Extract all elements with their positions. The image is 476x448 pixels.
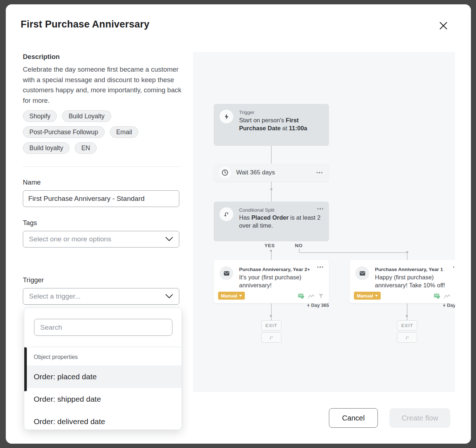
cancel-button[interactable]: Cancel [329,408,378,428]
dropdown-section-label: Object properties [24,347,182,365]
name-label: Name [23,178,41,186]
connector-line [271,252,272,260]
tags-select[interactable]: Select one or more options [23,231,179,248]
day-365-label: Day 365 [296,303,329,308]
trigger-icon-circle [220,110,233,123]
tag-pill: Post-Purchase Followup [23,126,105,138]
ellipsis-menu-icon[interactable] [317,208,323,210]
exit-node: EXIT [261,320,281,331]
caret-down-icon [375,295,378,297]
email-status-icons [433,293,455,299]
chevron-down-icon [165,237,173,242]
flow-preview-panel: Trigger Start on person's First Purchase… [193,52,455,392]
ellipsis-menu-icon[interactable] [453,266,455,268]
trigger-label: Trigger [23,276,44,284]
manual-badge[interactable]: Manual [218,292,245,300]
dropdown-option-order-shipped-date[interactable]: Order: shipped date [24,388,182,410]
email-card-year2: Purchase Anniversary, Year 2+ It's your … [214,260,329,303]
clock-icon [221,169,229,176]
email-card-year1: Purchase Anniversary, Year 1 Happy (firs… [350,260,455,303]
tags-select-placeholder: Select one or more options [29,235,165,243]
ellipsis-menu-icon[interactable] [317,172,323,173]
trigger-dropdown: Object properties Order: placed date Ord… [24,308,182,430]
split-icon-circle [220,207,233,221]
ellipsis-menu-icon[interactable] [317,266,323,268]
lightning-icon [306,303,310,308]
lightning-icon [224,114,230,120]
trigger-select[interactable]: Select a trigger... [23,288,179,305]
dropdown-scrollbar[interactable] [24,347,27,391]
email-card-title: Purchase Anniversary, Year 2+ [239,267,315,272]
close-icon [439,21,448,30]
manual-badge-label: Manual [357,293,373,299]
email-icon-circle [355,266,369,280]
flow-template-modal: First Purchase Anniversary Description C… [6,4,471,444]
description-label: Description [23,53,60,61]
flow-split-node: Conditional Split Has Placed Order is at… [214,202,329,241]
email-sent-icon [297,293,305,299]
exit-node: EXIT [397,320,417,331]
manual-badge[interactable]: Manual [354,292,381,300]
caret-down-icon [239,295,242,297]
email-card-title: Purchase Anniversary, Year 1 [375,267,451,272]
split-text-prefix: Has [239,214,251,221]
branch-icon [269,335,274,340]
connector-line [299,252,407,253]
tag-pill: Shopify [23,110,57,122]
description-text: Celebrate the day someone first became a… [23,64,185,106]
manual-badge-label: Manual [221,293,237,299]
analytics-wave-icon [308,293,315,299]
email-status-icons [297,293,324,299]
page-title: First Purchase Anniversary [21,19,149,30]
node-kind-label: Conditional Split [239,207,275,213]
email-card-body: It's your (first purchase) anniversary! [239,274,323,289]
connector-dot [406,315,408,317]
envelope-icon [223,270,230,277]
email-sent-icon [433,293,440,299]
yes-branch-label: YES [264,243,275,248]
dropdown-option-order-delivered-date[interactable]: Order: delivered date [24,410,182,430]
tag-pill: Build Loyalty [62,110,111,122]
connector-line [271,303,272,320]
search-input[interactable] [34,319,172,336]
branch-icon [405,335,410,340]
tag-pill: Email [110,126,139,138]
exit-label: EXIT [401,323,413,328]
trigger-option-list: Object properties Order: placed date Ord… [24,347,182,430]
chevron-down-icon [165,294,173,299]
name-input[interactable] [23,190,179,207]
filter-icon [318,293,324,299]
tag-pill: Build loyalty [23,142,70,154]
close-button[interactable] [437,20,450,32]
tag-pill: EN [75,142,96,154]
filter-icon [454,293,455,299]
day-label-text: Day 365 [447,303,455,308]
connector-dot [270,315,272,317]
dropdown-option-order-placed-date[interactable]: Order: placed date [24,365,182,388]
no-branch-label: NO [295,243,302,248]
email-icon-circle [220,266,233,280]
tag-pill-list: Shopify Build Loyalty Post-Purchase Foll… [23,110,186,154]
trigger-select-placeholder: Select a trigger... [29,292,165,300]
connector-line [407,303,408,320]
section-divider [23,166,180,167]
envelope-icon [359,270,366,277]
branch-end-node [261,332,281,343]
connector-dot [270,188,272,190]
trigger-text-time: 11:00a [289,125,307,131]
analytics-wave-icon [444,293,451,299]
create-flow-button[interactable]: Create flow [389,408,450,428]
connector-line [407,252,408,260]
trigger-text-mid: at [281,125,289,131]
trigger-text-prefix: Start on person's [239,117,286,123]
exit-label: EXIT [266,323,277,328]
tags-label: Tags [23,219,37,227]
split-text-bold: Placed Order [251,214,289,221]
lightning-icon [442,303,446,308]
day-365-label: Day 365 [432,303,455,308]
connector-line [271,146,272,164]
flow-wait-node: Wait 365 days [214,164,329,182]
branch-end-node [397,332,417,343]
connector-line [271,182,272,202]
wait-icon-circle [219,166,231,179]
